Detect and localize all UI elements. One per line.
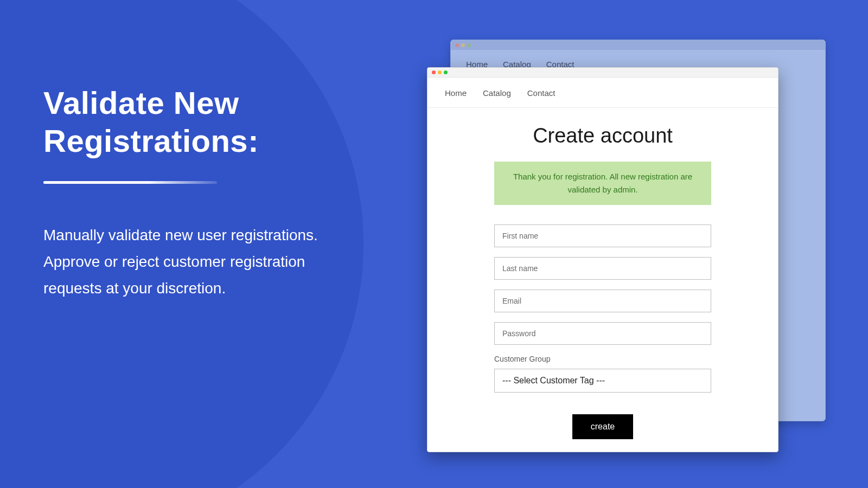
last-name-input[interactable]: [494, 257, 711, 280]
window-minimize-icon[interactable]: [438, 70, 442, 74]
headline: Validate New Registrations:: [43, 84, 347, 159]
nav-home[interactable]: Home: [445, 88, 467, 98]
customer-group-select[interactable]: --- Select Customer Tag ---: [494, 369, 711, 393]
nav-contact[interactable]: Contact: [527, 88, 556, 98]
window-close-icon[interactable]: [432, 70, 436, 74]
window-minimize-icon: [461, 43, 465, 47]
customer-group-selected-value: --- Select Customer Tag ---: [502, 376, 605, 386]
window-maximize-icon: [467, 43, 471, 47]
headline-line1: Validate New: [43, 85, 239, 120]
create-account-form: Create account Thank you for registratio…: [427, 108, 778, 450]
customer-group-label: Customer Group: [494, 355, 711, 363]
nav-catalog[interactable]: Catalog: [483, 88, 511, 98]
titlebar-front: [427, 68, 778, 78]
front-nav: Home Catalog Contact: [427, 78, 778, 108]
create-button[interactable]: create: [572, 414, 633, 439]
description: Manually validate new user registrations…: [43, 222, 347, 301]
email-input[interactable]: [494, 290, 711, 312]
password-input[interactable]: [494, 322, 711, 345]
window-close-icon: [455, 43, 459, 47]
success-banner: Thank you for registration. All new regi…: [494, 162, 711, 205]
first-name-input[interactable]: [494, 224, 711, 247]
browser-window-front: Home Catalog Contact Create account Than…: [427, 67, 778, 452]
window-maximize-icon[interactable]: [444, 70, 448, 74]
marketing-copy: Validate New Registrations: Manually val…: [43, 84, 347, 301]
form-fields: Customer Group --- Select Customer Tag -…: [494, 224, 711, 393]
form-title: Create account: [460, 124, 745, 147]
titlebar-back: [451, 40, 825, 50]
divider: [43, 181, 217, 184]
headline-line2: Registrations:: [43, 123, 259, 158]
